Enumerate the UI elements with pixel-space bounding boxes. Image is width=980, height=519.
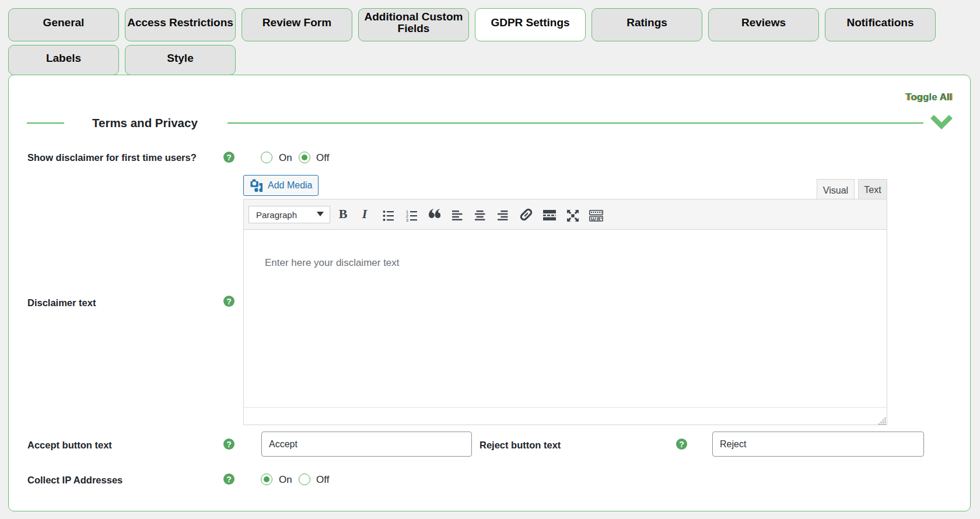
svg-text:3: 3 (406, 218, 408, 222)
svg-text:1: 1 (406, 210, 408, 214)
svg-text:2: 2 (406, 214, 408, 218)
